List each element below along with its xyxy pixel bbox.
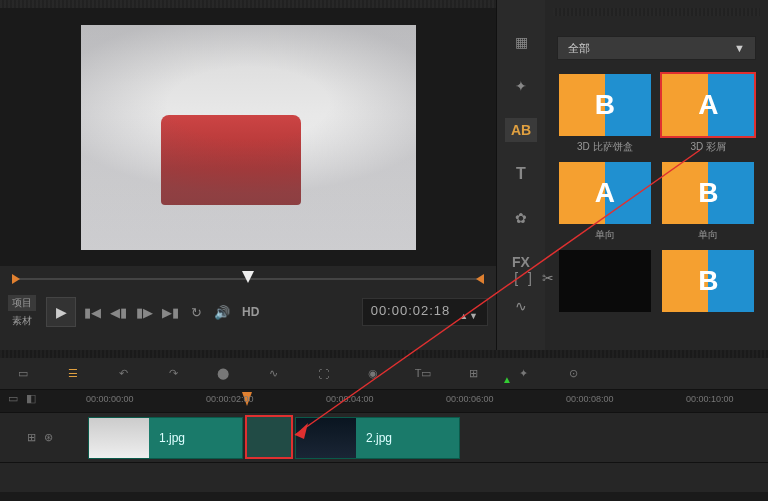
media-tab-icon[interactable]: ▦	[505, 30, 537, 54]
title-tab-icon[interactable]: T	[505, 162, 537, 186]
audio-mixer-icon[interactable]: ∿	[262, 363, 284, 385]
volume-button[interactable]: 🔊	[212, 302, 232, 322]
go-start-button[interactable]: ▮◀	[82, 302, 102, 322]
track-content[interactable]: 1.jpg2.jpg	[80, 413, 768, 462]
effect-item[interactable]: B3D 比萨饼盒	[557, 74, 653, 154]
ruler-mark: 00:00:06:00	[446, 394, 494, 404]
effect-label: 3D 比萨饼盒	[577, 140, 633, 154]
effect-thumb: B	[662, 162, 754, 224]
multi-view-icon[interactable]: ◉	[362, 363, 384, 385]
effect-thumb: B	[559, 74, 651, 136]
effect-item[interactable]	[557, 250, 653, 316]
ruler-mark: 00:00:10:00	[686, 394, 734, 404]
record-button[interactable]: ⬤	[212, 363, 234, 385]
preview-panel: [ ] ✂ ⧉ 项目 素材 ▶ ▮◀ ◀▮ ▮▶ ▶▮ ↻ 🔊 HD 00:00…	[0, 0, 497, 350]
scrubber[interactable]: [ ] ✂ ⧉	[12, 270, 484, 288]
source-material-label[interactable]: 素材	[8, 313, 36, 329]
track-header[interactable]: ⊞ ⊛	[0, 431, 80, 444]
undo-button[interactable]: ↶	[112, 363, 134, 385]
effect-label: 单向	[595, 228, 615, 242]
graphic-tab-icon[interactable]: ✿	[505, 206, 537, 230]
title-editor-icon[interactable]: T▭	[412, 363, 434, 385]
clip-label: 1.jpg	[149, 431, 195, 445]
effects-grid: B3D 比萨饼盒A3D 彩屑A单向B单向B	[553, 70, 760, 320]
timecode-display[interactable]: 00:00:02:18 ▲▼	[362, 298, 488, 326]
ruler-mark: 00:00:02:00	[206, 394, 254, 404]
time-ruler[interactable]: ▭ ◧ 00:00:00:0000:00:02:0000:00:04:0000:…	[0, 390, 768, 412]
cut-icon[interactable]: ✂	[542, 270, 554, 287]
go-end-button[interactable]: ▶▮	[160, 302, 180, 322]
mark-out-icon[interactable]: ]	[528, 270, 532, 287]
timeline-panel: ▭ ☰ ↶ ↷ ⬤ ∿ ⛶ ◉ T▭ ⊞ ✦ ⊙ ▭ ◧ 00:00:00:00…	[0, 358, 768, 492]
loop-button[interactable]: ↻	[186, 302, 206, 322]
effect-label: 单向	[698, 228, 718, 242]
ruler-tool-icon[interactable]: ▭	[8, 392, 18, 405]
batch-convert-icon[interactable]: ⛶	[312, 363, 334, 385]
effect-item[interactable]: A3D 彩屑	[661, 74, 757, 154]
category-dropdown[interactable]: 全部 ▼	[557, 36, 756, 60]
track-type-icon: ⊛	[44, 431, 53, 444]
tool-column: ▦ ✦ AB T ✿ FX ∿	[497, 0, 545, 350]
transition-slot[interactable]	[245, 415, 293, 459]
transition-tab-icon[interactable]: AB	[505, 118, 537, 142]
next-frame-button[interactable]: ▮▶	[134, 302, 154, 322]
timeline-toolbar: ▭ ☰ ↶ ↷ ⬤ ∿ ⛶ ◉ T▭ ⊞ ✦ ⊙	[0, 358, 768, 390]
path-tab-icon[interactable]: ∿	[505, 294, 537, 318]
effect-thumb	[559, 250, 651, 312]
storyboard-view-icon[interactable]: ▭	[12, 363, 34, 385]
ruler-mark: 00:00:04:00	[326, 394, 374, 404]
trim-in-handle[interactable]	[12, 274, 20, 284]
ruler-zoom-icon[interactable]: ◧	[26, 392, 36, 405]
effect-item[interactable]: B单向	[661, 162, 757, 242]
zoom-fit-icon[interactable]: ⊙	[562, 363, 584, 385]
motion-icon[interactable]: ✦	[512, 363, 534, 385]
dropdown-label: 全部	[568, 41, 590, 56]
timeline-view-icon[interactable]: ☰	[62, 363, 84, 385]
clip-thumbnail	[296, 418, 356, 458]
effect-thumb: A	[559, 162, 651, 224]
redo-button[interactable]: ↷	[162, 363, 184, 385]
track-visibility-icon[interactable]: ⊞	[27, 431, 36, 444]
mark-in-icon[interactable]: [	[514, 270, 518, 287]
audio-track	[0, 462, 768, 492]
clip-thumbnail	[89, 418, 149, 458]
effect-thumb: B	[662, 250, 754, 312]
effects-panel: ▦ ✦ AB T ✿ FX ∿ 全部 ▼ B3D 比萨饼盒A3D 彩屑A单向B单…	[497, 0, 768, 350]
ruler-mark: 00:00:08:00	[566, 394, 614, 404]
effect-thumb: A	[662, 74, 754, 136]
prev-frame-button[interactable]: ◀▮	[108, 302, 128, 322]
transport-controls: 项目 素材 ▶ ▮◀ ◀▮ ▮▶ ▶▮ ↻ 🔊 HD 00:00:02:18 ▲…	[0, 292, 496, 332]
chevron-down-icon: ▼	[734, 42, 745, 54]
source-project-label[interactable]: 项目	[8, 295, 36, 311]
effect-item[interactable]: B	[661, 250, 757, 316]
marker-indicator: ▲	[502, 374, 512, 385]
effect-label: 3D 彩屑	[690, 140, 726, 154]
preview-image	[81, 25, 416, 250]
video-track: ⊞ ⊛ 1.jpg2.jpg	[0, 412, 768, 462]
clip-label: 2.jpg	[356, 431, 402, 445]
hd-toggle[interactable]: HD	[242, 305, 259, 319]
ruler-mark: 00:00:00:00	[86, 394, 134, 404]
video-clip[interactable]: 2.jpg	[295, 417, 460, 459]
preview-viewport	[0, 8, 496, 266]
playhead-handle[interactable]	[242, 271, 254, 283]
play-button[interactable]: ▶	[46, 297, 76, 327]
video-clip[interactable]: 1.jpg	[88, 417, 243, 459]
filter-tab-icon[interactable]: ✦	[505, 74, 537, 98]
effect-item[interactable]: A单向	[557, 162, 653, 242]
trim-out-handle[interactable]	[476, 274, 484, 284]
video-editor-icon[interactable]: ⊞	[462, 363, 484, 385]
